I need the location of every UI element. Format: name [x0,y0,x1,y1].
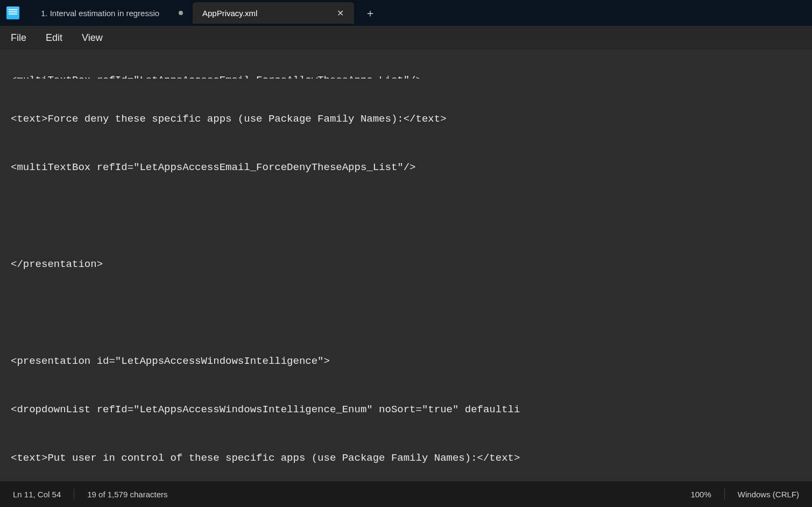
code-line [11,208,801,224]
menu-file[interactable]: File [11,32,26,44]
code-line [11,305,801,321]
tab-appprivacy[interactable]: AppPrivacy.xml ✕ [193,2,354,24]
notepad-icon [6,6,19,19]
tab-title: AppPrivacy.xml [202,9,328,18]
new-tab-button[interactable]: ＋ [359,2,381,24]
menu-edit[interactable]: Edit [46,32,62,44]
zoom-level[interactable]: 100% [690,490,711,499]
code-line: </presentation> [11,256,801,272]
code-line: <dropdownList refId="LetAppsAccessWindow… [11,402,801,418]
statusbar: Ln 11, Col 54 19 of 1,579 characters 100… [0,481,812,507]
separator [724,489,725,499]
code-line: <multiTextBox refId="LetAppsAccessEmail_… [11,159,801,175]
menu-view[interactable]: View [82,32,103,44]
dirty-indicator-icon [179,11,183,15]
code-line: <text>Force deny these specific apps (us… [11,111,801,127]
close-icon[interactable]: ✕ [336,8,344,18]
code-line: <multiTextBox refId="LetAppsAccessEmail_… [11,72,801,79]
menubar: File Edit View [0,26,812,50]
tab-interval-estimation[interactable]: 1. Interval estimation in regressio [31,2,193,24]
tab-title: 1. Interval estimation in regressio [41,9,171,18]
code-line: <text>Put user in control of these speci… [11,450,801,466]
separator [74,489,74,499]
text-editor[interactable]: <multiTextBox refId="LetAppsAccessEmail_… [0,50,812,481]
code-line: <presentation id="LetAppsAccessWindowsIn… [11,353,801,369]
selection-count: 19 of 1,579 characters [87,490,167,499]
line-ending[interactable]: Windows (CRLF) [738,490,799,499]
titlebar: 1. Interval estimation in regressio AppP… [0,0,812,26]
cursor-position[interactable]: Ln 11, Col 54 [13,490,61,499]
